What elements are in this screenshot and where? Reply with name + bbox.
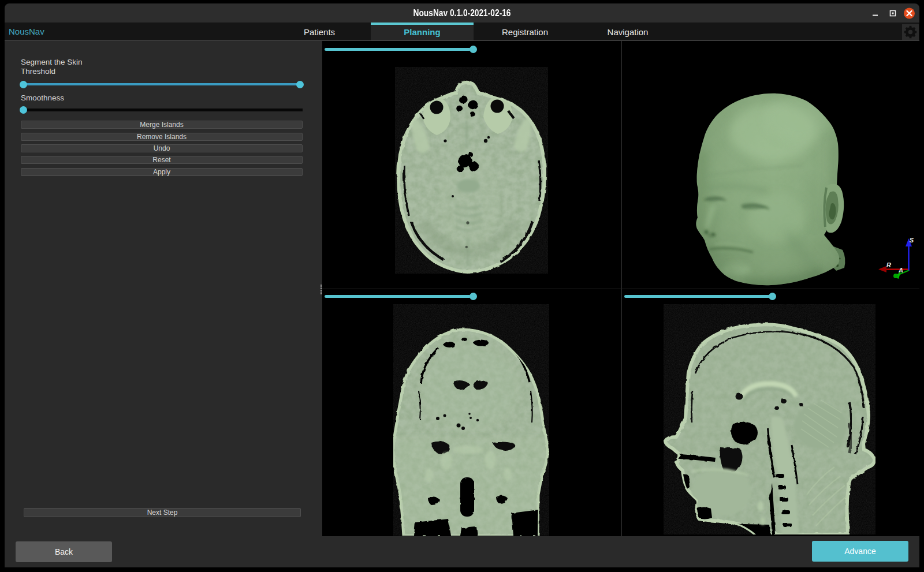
svg-text:R: R (886, 261, 891, 268)
svg-text:A: A (898, 267, 903, 274)
svg-text:S: S (910, 237, 914, 244)
